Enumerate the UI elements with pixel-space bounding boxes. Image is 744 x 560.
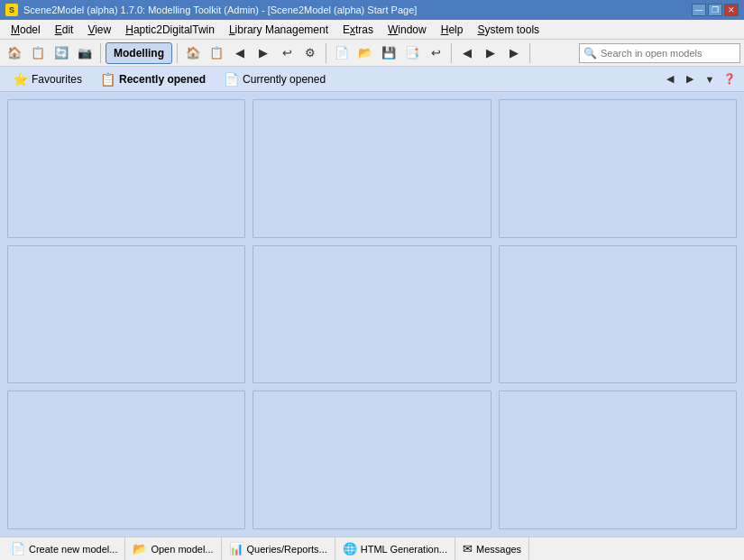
toolbar-btn2[interactable]: 📋 — [206, 42, 227, 64]
search-icon: 🔍 — [583, 47, 597, 60]
toolbar-sep2 — [177, 43, 178, 63]
toolbar-btn11[interactable]: ↩ — [425, 42, 446, 64]
status-html-generation-label: HTML Generation... — [361, 544, 447, 555]
open-model-icon: 📂 — [133, 542, 147, 555]
status-html-generation[interactable]: 🌐 HTML Generation... — [335, 537, 455, 560]
recently-opened-icon: 📋 — [100, 72, 115, 87]
menu-help[interactable]: Help — [434, 22, 471, 38]
menu-window[interactable]: Window — [381, 22, 434, 38]
tab-recently-opened-label: Recently opened — [119, 73, 206, 86]
status-open-model-label: Open model... — [151, 544, 213, 555]
grid-cell-0-1 — [253, 99, 491, 238]
menu-bar: Model Edit View Haptic2DigitalTwin Libra… — [0, 20, 744, 40]
status-open-model[interactable]: 📂 Open model... — [125, 537, 221, 560]
toolbar-btn9[interactable]: 💾 — [378, 42, 400, 64]
favourites-icon: ⭐ — [13, 72, 28, 87]
menu-library[interactable]: Library Management — [222, 22, 335, 38]
toolbar-btn7[interactable]: 📄 — [331, 42, 353, 64]
menu-model[interactable]: Model — [4, 22, 48, 38]
toolbar-btn6[interactable]: ⚙ — [299, 42, 321, 64]
menu-systemtools[interactable]: System tools — [470, 22, 547, 38]
menu-extras[interactable]: Extras — [335, 22, 381, 38]
toolbar: 🏠 📋 🔄 📷 Modelling 🏠 📋 ◀ ▶ ↩ ⚙ 📄 📂 💾 📑 ↩ … — [0, 40, 744, 67]
toolbar-sep1 — [100, 43, 101, 63]
html-generation-icon: 🌐 — [343, 542, 357, 555]
toolbar-btn13[interactable]: ▶ — [480, 42, 501, 64]
status-queries-reports[interactable]: 📊 Queries/Reports... — [222, 537, 335, 560]
toolbar-sep5 — [529, 43, 530, 63]
menu-haptic[interactable]: Haptic2DigitalTwin — [118, 22, 222, 38]
toolbar-list-btn[interactable]: 📋 — [27, 42, 49, 64]
create-new-model-icon: 📄 — [11, 542, 25, 555]
tab-favourites[interactable]: ⭐ Favourites — [5, 70, 89, 88]
menu-edit[interactable]: Edit — [48, 22, 81, 38]
restore-button[interactable]: ❐ — [708, 4, 722, 16]
tab-prev-button[interactable]: ◀ — [661, 70, 679, 88]
tab-help-button[interactable]: ❓ — [721, 70, 739, 88]
toolbar-home-btn[interactable]: 🏠 — [4, 42, 25, 64]
messages-icon: ✉ — [463, 542, 473, 555]
currently-opened-icon: 📄 — [224, 72, 239, 87]
search-input[interactable] — [601, 48, 736, 59]
status-messages-label: Messages — [476, 544, 521, 555]
toolbar-refresh-btn[interactable]: 🔄 — [51, 42, 72, 64]
window-title: Scene2Model (alpha) 1.7.0: Modelling Too… — [23, 5, 417, 15]
tab-dropdown-button[interactable]: ▼ — [701, 70, 719, 88]
app-icon: S — [5, 4, 18, 16]
main-grid — [0, 92, 744, 537]
toolbar-btn12[interactable]: ◀ — [456, 42, 478, 64]
grid-cell-1-1 — [253, 245, 491, 384]
toolbar-btn14[interactable]: ▶ — [503, 42, 525, 64]
status-bar: 📄 Create new model... 📂 Open model... 📊 … — [0, 537, 744, 560]
grid-cell-0-0 — [7, 99, 245, 238]
toolbar-btn5[interactable]: ↩ — [276, 42, 298, 64]
status-create-new-model-label: Create new model... — [29, 544, 117, 555]
toolbar-sep4 — [451, 43, 452, 63]
toolbar-modelling-btn[interactable]: Modelling — [106, 42, 172, 64]
status-queries-reports-label: Queries/Reports... — [247, 544, 327, 555]
search-box: 🔍 — [579, 43, 740, 63]
tabs-bar: ⭐ Favourites 📋 Recently opened 📄 Current… — [0, 67, 744, 92]
minimize-button[interactable]: — — [692, 4, 706, 16]
toolbar-btn3[interactable]: ◀ — [229, 42, 251, 64]
tab-navigation: ◀ ▶ ▼ ❓ — [661, 70, 739, 88]
grid-cell-0-2 — [499, 99, 737, 238]
toolbar-sep3 — [326, 43, 326, 63]
tab-currently-opened[interactable]: 📄 Currently opened — [216, 70, 333, 88]
tab-next-button[interactable]: ▶ — [681, 70, 699, 88]
toolbar-camera-btn[interactable]: 📷 — [74, 42, 96, 64]
title-bar-controls: — ❐ ✕ — [692, 4, 739, 16]
title-bar: S Scene2Model (alpha) 1.7.0: Modelling T… — [0, 0, 744, 20]
tab-favourites-label: Favourites — [32, 73, 82, 86]
status-create-new-model[interactable]: 📄 Create new model... — [4, 537, 125, 560]
menu-view[interactable]: View — [80, 22, 118, 38]
grid-cell-2-1 — [253, 390, 491, 529]
toolbar-btn1[interactable]: 🏠 — [182, 42, 204, 64]
close-button[interactable]: ✕ — [724, 4, 739, 16]
tab-currently-opened-label: Currently opened — [243, 73, 326, 86]
toolbar-btn8[interactable]: 📂 — [354, 42, 376, 64]
tab-recently-opened[interactable]: 📋 Recently opened — [93, 70, 213, 88]
status-messages[interactable]: ✉ Messages — [455, 537, 529, 560]
toolbar-btn10[interactable]: 📑 — [401, 42, 423, 64]
toolbar-btn4[interactable]: ▶ — [253, 42, 274, 64]
grid-cell-1-0 — [7, 245, 245, 384]
grid-cell-2-0 — [7, 390, 245, 529]
queries-reports-icon: 📊 — [229, 542, 243, 555]
grid-cell-1-2 — [499, 245, 737, 384]
grid-cell-2-2 — [499, 390, 737, 529]
